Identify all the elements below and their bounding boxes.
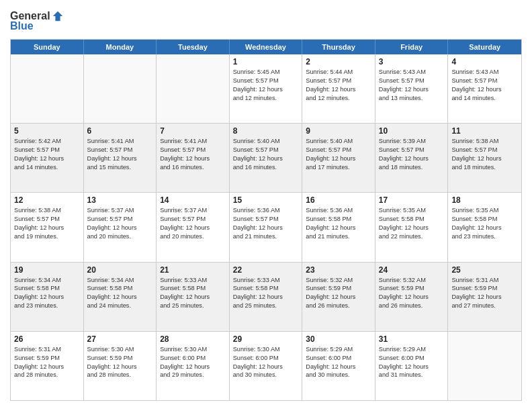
cell-1-1: 6Sunrise: 5:41 AM Sunset: 5:57 PM Daylig… [84, 124, 157, 192]
cell-4-1: 27Sunrise: 5:30 AM Sunset: 5:59 PM Dayli… [84, 332, 157, 400]
cell-day-number: 18 [451, 195, 518, 205]
cell-1-2: 7Sunrise: 5:41 AM Sunset: 5:57 PM Daylig… [157, 124, 230, 192]
cell-day-number: 23 [306, 265, 371, 275]
cell-info: Sunrise: 5:35 AM Sunset: 5:58 PM Dayligh… [379, 206, 445, 241]
calendar-row-3: 19Sunrise: 5:34 AM Sunset: 5:58 PM Dayli… [11, 262, 521, 331]
cell-info: Sunrise: 5:43 AM Sunset: 5:57 PM Dayligh… [379, 68, 445, 103]
cell-0-6: 4Sunrise: 5:43 AM Sunset: 5:57 PM Daylig… [448, 54, 521, 123]
day-header-sunday: Sunday [11, 40, 84, 54]
cell-4-2: 28Sunrise: 5:30 AM Sunset: 6:00 PM Dayli… [157, 332, 230, 400]
cell-3-4: 23Sunrise: 5:32 AM Sunset: 5:59 PM Dayli… [302, 263, 375, 331]
cell-day-number: 4 [451, 57, 518, 66]
cell-day-number: 22 [233, 265, 299, 275]
cell-day-number: 6 [87, 126, 153, 136]
cell-info: Sunrise: 5:32 AM Sunset: 5:59 PM Dayligh… [379, 276, 445, 311]
cell-day-number: 12 [14, 195, 80, 205]
calendar-body: 1Sunrise: 5:45 AM Sunset: 5:57 PM Daylig… [11, 54, 521, 400]
cell-info: Sunrise: 5:36 AM Sunset: 5:58 PM Dayligh… [306, 206, 371, 241]
cell-day-number: 16 [306, 195, 371, 205]
cell-3-6: 25Sunrise: 5:31 AM Sunset: 5:59 PM Dayli… [448, 263, 521, 331]
cell-2-2: 14Sunrise: 5:37 AM Sunset: 5:57 PM Dayli… [157, 193, 230, 261]
cell-1-4: 9Sunrise: 5:40 AM Sunset: 5:57 PM Daylig… [302, 124, 375, 192]
calendar-row-2: 12Sunrise: 5:38 AM Sunset: 5:57 PM Dayli… [11, 192, 521, 261]
cell-3-2: 21Sunrise: 5:33 AM Sunset: 5:58 PM Dayli… [157, 263, 230, 331]
cell-info: Sunrise: 5:37 AM Sunset: 5:57 PM Dayligh… [160, 206, 226, 241]
cell-day-number: 7 [160, 126, 226, 136]
cell-day-number: 2 [306, 57, 371, 66]
cell-info: Sunrise: 5:33 AM Sunset: 5:58 PM Dayligh… [160, 276, 226, 311]
calendar: SundayMondayTuesdayWednesdayThursdayFrid… [10, 39, 522, 401]
svg-marker-0 [52, 11, 62, 21]
cell-info: Sunrise: 5:36 AM Sunset: 5:57 PM Dayligh… [233, 206, 299, 241]
cell-info: Sunrise: 5:40 AM Sunset: 5:57 PM Dayligh… [233, 137, 299, 172]
cell-2-5: 17Sunrise: 5:35 AM Sunset: 5:58 PM Dayli… [375, 193, 449, 261]
cell-1-6: 11Sunrise: 5:38 AM Sunset: 5:57 PM Dayli… [448, 124, 521, 192]
cell-2-3: 15Sunrise: 5:36 AM Sunset: 5:57 PM Dayli… [230, 193, 303, 261]
cell-day-number: 15 [233, 195, 299, 205]
cell-1-5: 10Sunrise: 5:39 AM Sunset: 5:57 PM Dayli… [375, 124, 449, 192]
cell-info: Sunrise: 5:39 AM Sunset: 5:57 PM Dayligh… [379, 137, 445, 172]
logo-icon [52, 10, 64, 22]
cell-day-number: 9 [306, 126, 371, 136]
cell-3-0: 19Sunrise: 5:34 AM Sunset: 5:58 PM Dayli… [11, 263, 84, 331]
cell-day-number: 11 [451, 126, 518, 136]
day-header-thursday: Thursday [302, 40, 375, 54]
calendar-row-0: 1Sunrise: 5:45 AM Sunset: 5:57 PM Daylig… [11, 54, 521, 123]
day-header-wednesday: Wednesday [230, 40, 303, 54]
cell-info: Sunrise: 5:32 AM Sunset: 5:59 PM Dayligh… [306, 276, 371, 311]
cell-info: Sunrise: 5:35 AM Sunset: 5:58 PM Dayligh… [451, 206, 518, 241]
cell-day-number: 27 [87, 334, 153, 344]
cell-info: Sunrise: 5:30 AM Sunset: 5:59 PM Dayligh… [87, 345, 153, 380]
cell-info: Sunrise: 5:34 AM Sunset: 5:58 PM Dayligh… [87, 276, 153, 311]
cell-day-number: 5 [14, 126, 80, 136]
cell-4-5: 31Sunrise: 5:29 AM Sunset: 6:00 PM Dayli… [375, 332, 449, 400]
cell-day-number: 10 [379, 126, 445, 136]
calendar-row-4: 26Sunrise: 5:31 AM Sunset: 5:59 PM Dayli… [11, 331, 521, 400]
cell-info: Sunrise: 5:40 AM Sunset: 5:57 PM Dayligh… [306, 137, 371, 172]
header: General Blue [10, 10, 522, 32]
cell-day-number: 25 [451, 265, 518, 275]
cell-info: Sunrise: 5:42 AM Sunset: 5:57 PM Dayligh… [14, 137, 80, 172]
cell-info: Sunrise: 5:45 AM Sunset: 5:57 PM Dayligh… [233, 68, 299, 103]
cell-info: Sunrise: 5:37 AM Sunset: 5:57 PM Dayligh… [87, 206, 153, 241]
cell-info: Sunrise: 5:41 AM Sunset: 5:57 PM Dayligh… [87, 137, 153, 172]
cell-day-number: 14 [160, 195, 226, 205]
cell-3-1: 20Sunrise: 5:34 AM Sunset: 5:58 PM Dayli… [84, 263, 157, 331]
cell-info: Sunrise: 5:30 AM Sunset: 6:00 PM Dayligh… [233, 345, 299, 380]
cell-0-3: 1Sunrise: 5:45 AM Sunset: 5:57 PM Daylig… [230, 54, 303, 123]
cell-2-1: 13Sunrise: 5:37 AM Sunset: 5:57 PM Dayli… [84, 193, 157, 261]
cell-0-4: 2Sunrise: 5:44 AM Sunset: 5:57 PM Daylig… [302, 54, 375, 123]
cell-info: Sunrise: 5:31 AM Sunset: 5:59 PM Dayligh… [451, 276, 518, 311]
day-header-tuesday: Tuesday [157, 40, 230, 54]
day-header-friday: Friday [375, 40, 449, 54]
cell-1-3: 8Sunrise: 5:40 AM Sunset: 5:57 PM Daylig… [230, 124, 303, 192]
cell-info: Sunrise: 5:43 AM Sunset: 5:57 PM Dayligh… [451, 68, 518, 103]
cell-day-number: 3 [379, 57, 445, 66]
calendar-row-1: 5Sunrise: 5:42 AM Sunset: 5:57 PM Daylig… [11, 123, 521, 192]
cell-3-5: 24Sunrise: 5:32 AM Sunset: 5:59 PM Dayli… [375, 263, 449, 331]
cell-4-0: 26Sunrise: 5:31 AM Sunset: 5:59 PM Dayli… [11, 332, 84, 400]
cell-day-number: 20 [87, 265, 153, 275]
cell-info: Sunrise: 5:31 AM Sunset: 5:59 PM Dayligh… [14, 345, 80, 380]
cell-2-6: 18Sunrise: 5:35 AM Sunset: 5:58 PM Dayli… [448, 193, 521, 261]
cell-day-number: 29 [233, 334, 299, 344]
cell-info: Sunrise: 5:29 AM Sunset: 6:00 PM Dayligh… [306, 345, 371, 380]
cell-2-0: 12Sunrise: 5:38 AM Sunset: 5:57 PM Dayli… [11, 193, 84, 261]
cell-info: Sunrise: 5:34 AM Sunset: 5:58 PM Dayligh… [14, 276, 80, 311]
logo: General Blue [10, 10, 64, 32]
cell-0-1 [84, 54, 157, 123]
cell-4-4: 30Sunrise: 5:29 AM Sunset: 6:00 PM Dayli… [302, 332, 375, 400]
cell-info: Sunrise: 5:38 AM Sunset: 5:57 PM Dayligh… [14, 206, 80, 241]
page: General Blue SundayMondayTuesdayWednesda… [0, 0, 532, 411]
cell-0-0 [11, 54, 84, 123]
cell-day-number: 17 [379, 195, 445, 205]
day-headers: SundayMondayTuesdayWednesdayThursdayFrid… [11, 40, 521, 54]
cell-day-number: 31 [379, 334, 445, 344]
cell-day-number: 21 [160, 265, 226, 275]
cell-info: Sunrise: 5:38 AM Sunset: 5:57 PM Dayligh… [451, 137, 518, 172]
cell-day-number: 24 [379, 265, 445, 275]
cell-day-number: 13 [87, 195, 153, 205]
cell-2-4: 16Sunrise: 5:36 AM Sunset: 5:58 PM Dayli… [302, 193, 375, 261]
cell-info: Sunrise: 5:44 AM Sunset: 5:57 PM Dayligh… [306, 68, 371, 103]
day-header-saturday: Saturday [448, 40, 521, 54]
